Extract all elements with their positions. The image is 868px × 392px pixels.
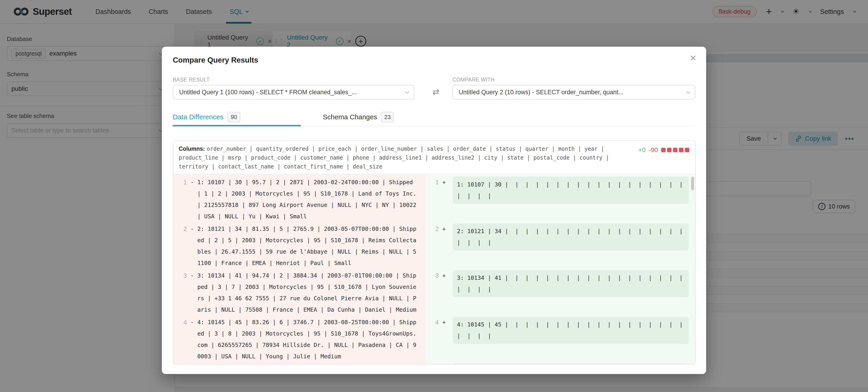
diff-removed-pane: 1 - 1: 10107 | 30 | 95.7 | 2 | 2871 | 20… xyxy=(173,174,425,364)
removed-count: -90 xyxy=(649,146,658,153)
diffstat: +0 -90 xyxy=(639,146,689,153)
line-number: 3 xyxy=(173,270,187,281)
added-row-block xyxy=(453,363,689,364)
plus-sign: + xyxy=(439,317,449,328)
line-number: 2 xyxy=(173,223,187,235)
line-number: 2 xyxy=(425,223,439,235)
minus-sign: - xyxy=(187,317,197,328)
plus-sign: + xyxy=(439,223,449,235)
swap-icon: ⇄ xyxy=(425,87,446,97)
base-result-value: Untitled Query 1 (100 rows) - SELECT * F… xyxy=(179,89,357,96)
diff-row-added: 1 + 1: 10107 | 30 | | | | | | | | | | | … xyxy=(425,177,695,223)
line-number: 3 xyxy=(425,270,439,281)
diff-viewer: Columns:order_number | quantity_ordered … xyxy=(173,140,696,364)
added-row-text: 3: 10134 | 41 | | | | | | | | | | | | | … xyxy=(457,275,690,292)
chevron-down-icon xyxy=(686,90,690,94)
removed-row-text: 1: 10107 | 30 | 95.7 | 2 | 2871 | 2003-0… xyxy=(197,177,425,222)
tab-schema-changes[interactable]: Schema Changes 23 xyxy=(323,112,394,122)
diff-row-added: 3 + 3: 10134 | 41 | | | | | | | | | | | … xyxy=(425,270,695,317)
line-number: 1 xyxy=(425,177,439,188)
diff-row-added: 4 + 4: 10145 | 45 | | | | | | | | | | | … xyxy=(425,317,695,363)
added-count: +0 xyxy=(639,146,646,153)
diff-columns-header: Columns:order_number | quantity_ordered … xyxy=(173,141,695,174)
compare-with-value: Untitled Query 2 (10 rows) - SELECT orde… xyxy=(459,89,623,96)
compare-with-label: COMPARE WITH xyxy=(453,77,495,83)
base-result-select[interactable]: Untitled Query 1 (100 rows) - SELECT * F… xyxy=(173,85,414,100)
line-number: 1 xyxy=(173,177,187,188)
superset-sql-lab-screen: Superset Dashboards Charts Datasets SQL … xyxy=(0,0,868,392)
added-row-block: 2: 10121 | 34 | | | | | | | | | | | | | … xyxy=(453,223,689,251)
diff-row-removed: 4 - 4: 10145 | 45 | 83.26 | 6 | 3746.7 |… xyxy=(173,317,425,363)
removed-row-text: 4: 10145 | 45 | 83.26 | 6 | 3746.7 | 200… xyxy=(197,317,425,362)
close-icon[interactable]: × xyxy=(690,53,696,63)
diff-row-removed: 2 - 2: 10121 | 34 | 81.35 | 5 | 2765.9 |… xyxy=(173,223,425,270)
removed-row-text: 3: 10134 | 41 | 94.74 | 2 | 3884.34 | 20… xyxy=(197,270,425,315)
added-row-block: 3: 10134 | 41 | | | | | | | | | | | | | … xyxy=(453,270,689,297)
plus-sign: + xyxy=(439,177,449,188)
diff-row-added: 2 + 2: 10121 | 34 | | | | | | | | | | | … xyxy=(425,223,695,270)
columns-list: order_number | quantity_ordered | price_… xyxy=(179,146,609,170)
active-tab-underline xyxy=(173,125,301,127)
minus-sign: - xyxy=(187,177,197,188)
added-row-text: 2: 10121 | 34 | | | | | | | | | | | | | … xyxy=(457,228,690,246)
diff-scrollbar-thumb[interactable] xyxy=(691,177,694,190)
diff-added-pane: 1 + 1: 10107 | 30 | | | | | | | | | | | … xyxy=(425,174,695,364)
added-row-text: 4: 10145 | 45 | | | | | | | | | | | | | … xyxy=(457,321,690,339)
diffstat-squares xyxy=(661,148,689,152)
modal-title: Compare Query Results xyxy=(173,56,258,64)
removed-row-text: 2: 10121 | 34 | 81.35 | 5 | 2765.9 | 200… xyxy=(197,223,425,269)
compare-query-results-modal: Compare Query Results × BASE RESULT Unti… xyxy=(162,47,706,374)
tab-count-badge: 90 xyxy=(227,112,240,122)
columns-label: Columns: xyxy=(179,145,207,152)
diff-row-removed: 3 - 3: 10134 | 41 | 94.74 | 2 | 3884.34 … xyxy=(173,270,425,317)
minus-sign: - xyxy=(187,270,197,281)
compare-with-select[interactable]: Untitled Query 2 (10 rows) - SELECT orde… xyxy=(453,85,695,100)
tab-label: Schema Changes xyxy=(323,113,377,121)
added-row-text: 1: 10107 | 30 | | | | | | | | | | | | | … xyxy=(457,181,690,199)
tab-data-differences[interactable]: Data Differences 90 xyxy=(173,112,240,122)
tab-count-badge: 23 xyxy=(381,112,394,122)
chevron-down-icon xyxy=(405,90,409,94)
base-result-label: BASE RESULT xyxy=(173,77,210,83)
tab-label: Data Differences xyxy=(173,113,223,121)
plus-sign: + xyxy=(439,270,449,281)
line-number: 4 xyxy=(173,317,187,328)
diff-row-added-partial xyxy=(425,363,695,364)
diff-row-removed: 1 - 1: 10107 | 30 | 95.7 | 2 | 2871 | 20… xyxy=(173,177,425,223)
minus-sign: - xyxy=(187,223,197,235)
added-row-block: 1: 10107 | 30 | | | | | | | | | | | | | … xyxy=(453,177,689,204)
line-number: 4 xyxy=(425,317,439,328)
added-row-block: 4: 10145 | 45 | | | | | | | | | | | | | … xyxy=(453,317,689,344)
diff-body: 1 - 1: 10107 | 30 | 95.7 | 2 | 2871 | 20… xyxy=(173,174,695,364)
